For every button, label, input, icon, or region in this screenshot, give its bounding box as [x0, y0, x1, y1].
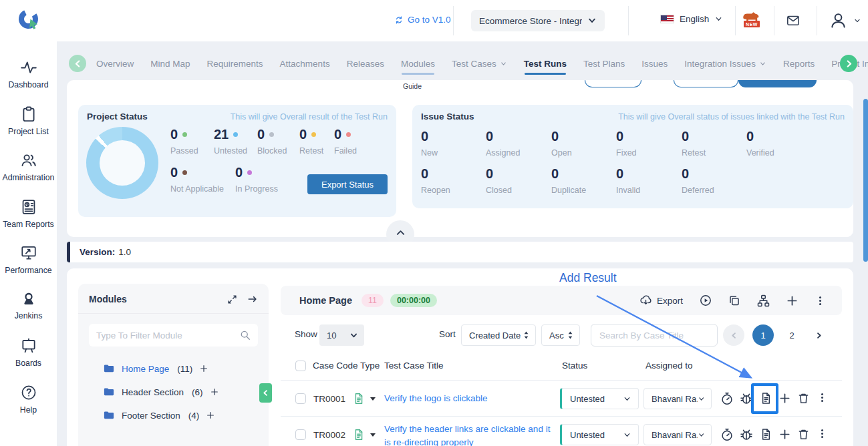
- caret-down-icon: [500, 60, 507, 67]
- plus-icon[interactable]: [786, 295, 798, 306]
- run-play-icon[interactable]: [700, 294, 712, 306]
- export-status-button[interactable]: Export Status: [307, 174, 388, 194]
- sidebar-item-help[interactable]: Help: [0, 384, 57, 431]
- stat-untested: 21 Untested: [214, 127, 247, 156]
- case-type-doc-icon[interactable]: [353, 429, 365, 441]
- stat-value: 0: [551, 129, 559, 144]
- sidebar-item-jenkins[interactable]: Jenkins: [0, 291, 57, 338]
- modules-collapse-button[interactable]: [259, 383, 272, 403]
- expand-icon[interactable]: [227, 294, 237, 304]
- tab-releases[interactable]: Releases: [347, 59, 384, 69]
- timer-icon[interactable]: [720, 392, 734, 405]
- case-type-caret-icon[interactable]: [370, 397, 376, 401]
- trash-icon[interactable]: [797, 428, 810, 441]
- tab-requirements[interactable]: Requirements: [207, 59, 263, 69]
- select-all-checkbox[interactable]: [295, 361, 306, 371]
- stat-label: Retest: [299, 146, 323, 156]
- sidebar-item-dashboard[interactable]: Dashboard: [0, 59, 57, 105]
- module-item-footer-section[interactable]: Footer Section (4): [104, 410, 214, 421]
- tab-mind-map[interactable]: Mind Map: [150, 59, 190, 69]
- tabs-next-button[interactable]: [840, 55, 857, 72]
- sort-field-select[interactable]: Created Date: [461, 324, 536, 346]
- stat-label: Duplicate: [551, 186, 586, 195]
- export-button[interactable]: Export: [639, 294, 683, 306]
- plus-icon[interactable]: [206, 411, 214, 419]
- status-select[interactable]: Untested: [560, 388, 639, 409]
- language-label: English: [680, 14, 709, 24]
- stat-label: Open: [551, 148, 572, 158]
- module-item-header-section[interactable]: Header Section (6): [104, 387, 219, 397]
- pagination-page-2[interactable]: 2: [782, 324, 802, 346]
- pagination-page-1[interactable]: 1: [752, 324, 774, 346]
- sitemap-icon[interactable]: [757, 294, 770, 307]
- sidebar-item-boards[interactable]: Boards: [0, 337, 57, 384]
- topbar-divider: [453, 6, 454, 35]
- failed-dot-icon: [346, 132, 351, 137]
- partial-button-3[interactable]: [738, 80, 817, 87]
- project-selector[interactable]: Ecommerce Store - Integration Pr: [471, 10, 605, 31]
- tab-reports[interactable]: Reports: [783, 59, 815, 69]
- tab-issues[interactable]: Issues: [641, 59, 668, 69]
- timer-icon[interactable]: [720, 428, 734, 441]
- tab-attachments[interactable]: Attachments: [280, 59, 330, 69]
- pagination-prev-button[interactable]: [723, 324, 744, 346]
- refresh-icon: [394, 15, 404, 25]
- kebab-menu-icon[interactable]: [817, 428, 828, 439]
- module-item-home-page[interactable]: Home Page (11): [104, 363, 208, 374]
- stat-label: Blocked: [257, 146, 287, 156]
- column-title: Test Case Title: [384, 361, 444, 371]
- tab-modules[interactable]: Modules: [401, 59, 435, 69]
- page-size-select[interactable]: 10: [319, 324, 364, 346]
- tab-test-plans[interactable]: Test Plans: [583, 59, 625, 69]
- go-to-v1-link[interactable]: Go to V1.0: [394, 15, 451, 25]
- sidebar-item-performance[interactable]: Performance: [0, 244, 57, 291]
- case-search-input[interactable]: [599, 330, 709, 341]
- row-checkbox[interactable]: [295, 429, 306, 440]
- kebab-menu-icon[interactable]: [817, 392, 828, 403]
- assignee-select[interactable]: Bhavani Ra...: [643, 388, 712, 409]
- module-filter-input[interactable]: [96, 330, 240, 341]
- selected-module-title: Home Page: [299, 295, 352, 306]
- sidebar-item-project-list[interactable]: Project List: [0, 105, 57, 152]
- plus-icon[interactable]: [210, 388, 219, 396]
- plus-icon[interactable]: [200, 365, 208, 373]
- case-title-link[interactable]: Verify the logo is clickable: [384, 393, 488, 403]
- vertical-scrollbar[interactable]: [863, 99, 868, 262]
- status-select[interactable]: Untested: [560, 424, 639, 445]
- sidebar-item-administration[interactable]: Administration: [0, 152, 57, 198]
- assignee-value: Bhavani Ra...: [652, 430, 698, 440]
- sort-direction-select[interactable]: Asc: [541, 324, 580, 346]
- app-logo-icon[interactable]: [17, 8, 41, 32]
- case-type-caret-icon[interactable]: [370, 433, 376, 437]
- search-icon[interactable]: [240, 330, 251, 341]
- user-menu[interactable]: [829, 11, 861, 29]
- sort-arrows-icon: [567, 331, 573, 339]
- stat-label: New: [421, 148, 438, 158]
- tabs-prev-button[interactable]: [69, 55, 86, 72]
- kebab-menu-icon[interactable]: [815, 295, 826, 306]
- tab-test-cases[interactable]: Test Cases: [452, 59, 507, 69]
- plus-icon[interactable]: [779, 429, 790, 440]
- copy-icon[interactable]: [728, 294, 740, 306]
- plus-icon[interactable]: [779, 393, 790, 404]
- trash-icon[interactable]: [797, 392, 810, 405]
- panel-hint: This will give Overall status of issues …: [618, 112, 845, 122]
- add-result-icon[interactable]: [760, 428, 772, 441]
- partial-button-1[interactable]: [585, 80, 641, 87]
- bug-icon[interactable]: [740, 428, 753, 441]
- pagination-next-button[interactable]: [808, 324, 829, 346]
- sidebar-item-team-reports[interactable]: Team Reports: [0, 198, 57, 245]
- language-selector[interactable]: English: [660, 14, 723, 24]
- whats-new-button[interactable]: NEW: [740, 10, 764, 27]
- row-checkbox[interactable]: [295, 393, 306, 404]
- tab-test-runs[interactable]: Test Runs: [524, 59, 567, 69]
- assignee-select[interactable]: Bhavani Ra...: [643, 424, 712, 445]
- tab-integration-issues[interactable]: Integration Issues: [684, 59, 766, 69]
- arrow-right-icon[interactable]: [247, 294, 258, 304]
- stat-label: Untested: [214, 146, 247, 156]
- case-title-link[interactable]: Verify the header links are clickable an…: [384, 423, 553, 446]
- partial-button-2[interactable]: [674, 80, 738, 87]
- messages-button[interactable]: [786, 14, 801, 27]
- tab-overview[interactable]: Overview: [96, 59, 134, 69]
- case-type-doc-icon[interactable]: [353, 393, 365, 405]
